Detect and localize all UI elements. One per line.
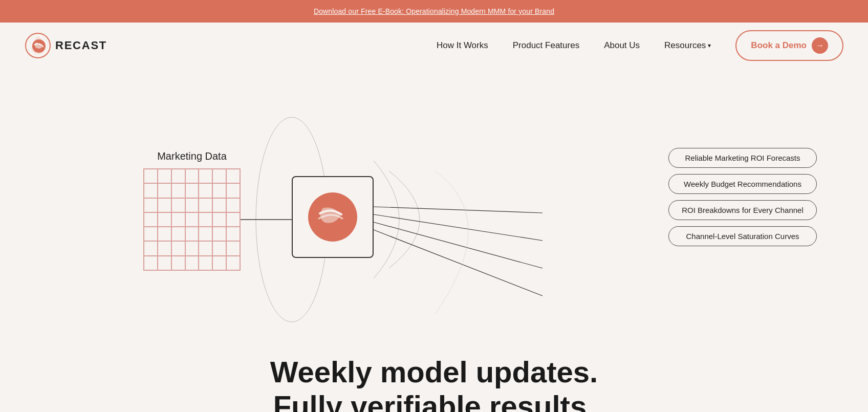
grid-cell [226, 198, 240, 212]
grid-cell [144, 256, 158, 270]
grid-cell [185, 227, 199, 241]
nav-about-us[interactable]: About Us [604, 40, 640, 51]
grid-cell [158, 241, 171, 255]
center-logo-box [292, 176, 374, 258]
output-tag-2: ROI Breakdowns for Every Channel [668, 200, 817, 220]
data-grid [143, 168, 241, 271]
grid-cell [144, 227, 158, 241]
grid-cell [199, 169, 212, 183]
hero-text-section: Weekly model updates. Fully verifiable r… [0, 345, 868, 412]
marketing-data-label: Marketing Data [143, 150, 241, 162]
grid-cell [212, 183, 226, 198]
svg-line-7 [374, 230, 542, 296]
grid-cell [171, 241, 185, 255]
grid-cell [185, 169, 199, 183]
grid-cell [226, 183, 240, 198]
svg-line-4 [374, 207, 542, 213]
grid-cell [199, 212, 212, 227]
grid-cell [158, 169, 171, 183]
logo-link[interactable]: RECAST [25, 32, 107, 59]
grid-cell [199, 183, 212, 198]
banner-link[interactable]: Download our Free E-Book: Operationalizi… [314, 7, 554, 15]
grid-cell [144, 169, 158, 183]
grid-cell [171, 227, 185, 241]
top-banner: Download our Free E-Book: Operationalizi… [0, 0, 868, 23]
grid-cell [226, 212, 240, 227]
grid-cell [199, 227, 212, 241]
headline: Weekly model updates. Fully verifiable r… [25, 355, 843, 412]
logo-icon [25, 32, 51, 59]
headline-line1: Weekly model updates. [25, 355, 843, 389]
grid-cell [171, 256, 185, 270]
output-tag-3: Channel-Level Saturation Curves [668, 226, 817, 246]
svg-line-6 [374, 222, 542, 268]
center-logo-icon [305, 189, 361, 245]
output-tag-0: Reliable Marketing ROI Forecasts [668, 148, 817, 168]
grid-cell [212, 212, 226, 227]
chevron-down-icon: ▾ [708, 42, 711, 49]
grid-cell [144, 183, 158, 198]
nav-resources[interactable]: Resources ▾ [664, 40, 711, 51]
grid-cell [185, 183, 199, 198]
grid-cell [158, 256, 171, 270]
logo-text: RECAST [55, 39, 107, 52]
grid-cell [185, 241, 199, 255]
grid-cell [158, 212, 171, 227]
svg-line-5 [374, 214, 542, 241]
book-demo-label: Book a Demo [751, 40, 807, 51]
grid-cell [226, 169, 240, 183]
nav-how-it-works[interactable]: How It Works [437, 40, 488, 51]
arrow-icon: → [812, 37, 828, 54]
grid-cell [171, 169, 185, 183]
grid-cell [144, 198, 158, 212]
grid-cell [185, 212, 199, 227]
grid-cell [212, 198, 226, 212]
grid-cell [212, 256, 226, 270]
grid-cell [226, 241, 240, 255]
output-tag-1: Weekly Budget Recommendations [668, 174, 817, 194]
book-demo-button[interactable]: Book a Demo → [735, 30, 843, 61]
navbar: RECAST How It Works Product Features Abo… [0, 23, 868, 69]
grid-cell [171, 183, 185, 198]
marketing-data-area: Marketing Data [143, 150, 241, 271]
grid-cell [144, 212, 158, 227]
grid-cell [199, 256, 212, 270]
grid-cell [212, 227, 226, 241]
grid-cell [158, 227, 171, 241]
grid-cell [185, 256, 199, 270]
grid-cell [171, 212, 185, 227]
headline-line2: Fully verifiable results. [25, 389, 843, 412]
grid-cell [212, 241, 226, 255]
grid-cell [144, 241, 158, 255]
grid-cell [226, 227, 240, 241]
grid-cell [158, 198, 171, 212]
grid-cell [158, 183, 171, 198]
output-tags: Reliable Marketing ROI Forecasts Weekly … [668, 148, 817, 246]
grid-cell [199, 241, 212, 255]
nav-links: How It Works Product Features About Us R… [437, 40, 711, 51]
hero-diagram: Marketing Data [0, 69, 868, 345]
grid-cell [199, 198, 212, 212]
grid-cell [171, 198, 185, 212]
nav-product-features[interactable]: Product Features [513, 40, 579, 51]
grid-cell [226, 256, 240, 270]
grid-cell [212, 169, 226, 183]
data-grid-inner [144, 169, 240, 270]
grid-cell [185, 198, 199, 212]
